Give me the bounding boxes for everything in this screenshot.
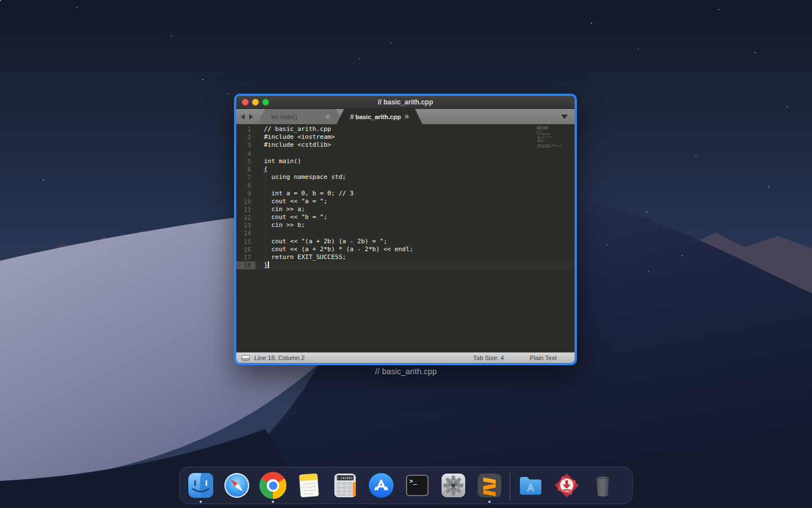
- sublime-window[interactable]: // basic_arith.cpp int main()// basic_ar…: [234, 94, 577, 365]
- code-line-2[interactable]: 2#include <iostream>: [236, 133, 575, 141]
- syntax-selector[interactable]: Plain Text: [530, 354, 557, 361]
- dock-item-safari[interactable]: [223, 472, 250, 503]
- minimap[interactable]: // basic_arith.cpp #include <iostream> #…: [536, 126, 570, 153]
- zoom-button[interactable]: [262, 99, 269, 106]
- tab-label: // basic_arith.cpp: [337, 113, 405, 120]
- code-text: cin >> b;: [255, 221, 305, 229]
- window-caption: // basic_arith.cpp: [0, 367, 812, 376]
- code-text: // basic_arith.cpp: [255, 125, 331, 133]
- tab-bar: int main()// basic_arith.cpp: [236, 109, 575, 124]
- code-line-17[interactable]: 17 return EXIT_SUCCESS;: [236, 253, 575, 261]
- dock-item-notes[interactable]: [295, 472, 323, 503]
- dock-item-downloads-app[interactable]: [553, 472, 580, 503]
- line-number: 2: [236, 133, 255, 141]
- traffic-lights: [236, 99, 269, 106]
- desktop: // basic_arith.cpp // basic_arith.cpp in…: [0, 0, 812, 508]
- code-text: [255, 150, 264, 157]
- code-text: cout << (a + 2*b) * (a - 2*b) << endl;: [255, 246, 413, 253]
- dock-item-applications-folder[interactable]: [517, 472, 544, 503]
- tab-2[interactable]: // basic_arith.cpp: [337, 109, 422, 124]
- code-text: {: [255, 165, 268, 173]
- code-text: [255, 229, 264, 237]
- code-line-1[interactable]: 1// basic_arith.cpp: [236, 125, 575, 133]
- dock-item-chrome[interactable]: [259, 472, 286, 503]
- forward-arrow-icon[interactable]: [249, 114, 253, 120]
- stars: [0, 0, 1, 1]
- running-indicator: [272, 501, 274, 503]
- code-text: [255, 181, 264, 189]
- dock-item-system-preferences[interactable]: [440, 472, 467, 503]
- line-number: 6: [236, 165, 255, 173]
- line-number: 7: [236, 173, 255, 181]
- code-line-10[interactable]: 10 cout << "a = ";: [236, 198, 575, 205]
- line-number: 3: [236, 141, 255, 149]
- tab-1[interactable]: int main(): [258, 109, 343, 124]
- code-line-18[interactable]: 18}: [236, 261, 575, 269]
- line-number: 8: [236, 181, 255, 189]
- code-text: int a = 0, b = 0; // 3: [255, 190, 354, 198]
- code-line-7[interactable]: 7 using namespace std;: [236, 173, 575, 181]
- modified-dot-icon: [326, 115, 330, 119]
- code-line-9[interactable]: 9 int a = 0, b = 0; // 3: [236, 190, 575, 198]
- dock-item-finder[interactable]: [187, 472, 214, 503]
- dock-item-terminal[interactable]: >_: [404, 472, 431, 503]
- line-number: 13: [236, 221, 255, 229]
- code-line-11[interactable]: 11 cin >> a;: [236, 205, 575, 213]
- code-text: return EXIT_SUCCESS;: [255, 253, 346, 261]
- code-lines: 1// basic_arith.cpp2#include <iostream>3…: [236, 125, 575, 269]
- tab-size-setting[interactable]: Tab Size: 4: [473, 354, 504, 361]
- line-number: 5: [236, 157, 255, 165]
- code-line-3[interactable]: 3#include <cstdlib>: [236, 141, 575, 149]
- code-text: }: [255, 261, 269, 269]
- line-number: 9: [236, 190, 255, 198]
- dock-item-calculator[interactable]: 3.141593: [332, 472, 359, 503]
- line-number: 17: [236, 253, 255, 261]
- indent-guide: [265, 174, 266, 262]
- finder-icon: [187, 472, 214, 499]
- line-number: 11: [236, 205, 255, 213]
- code-line-4[interactable]: 4: [236, 150, 575, 157]
- download-badge-icon: [553, 472, 580, 499]
- running-indicator: [488, 501, 491, 503]
- dock-item-sublime-text[interactable]: [476, 472, 503, 503]
- dock-divider: [510, 472, 510, 501]
- tab-nav: [236, 109, 258, 124]
- code-text: #include <iostream>: [255, 133, 335, 141]
- cursor-position[interactable]: Line 18, Column 2: [254, 354, 473, 361]
- back-arrow-icon[interactable]: [241, 114, 245, 120]
- minimize-button[interactable]: [252, 99, 259, 106]
- code-text: cout << "(a + 2b) (a - 2b) = ";: [255, 238, 387, 246]
- code-text: cout << "a = ";: [255, 198, 328, 205]
- code-line-6[interactable]: 6{: [236, 165, 575, 173]
- code-text: int main(): [255, 157, 301, 165]
- code-text: using namespace std;: [255, 173, 346, 181]
- code-line-16[interactable]: 16 cout << (a + 2*b) * (a - 2*b) << endl…: [236, 246, 575, 253]
- code-line-15[interactable]: 15 cout << "(a + 2b) (a - 2b) = ";: [236, 238, 575, 246]
- sublime-text-icon: [476, 472, 503, 499]
- tab-overflow-icon[interactable]: [561, 115, 568, 119]
- dock-item-trash[interactable]: [589, 472, 616, 503]
- tab-strip: int main()// basic_arith.cpp: [258, 109, 416, 124]
- trash-icon: [589, 472, 616, 499]
- calculator-icon: 3.141593: [332, 472, 359, 499]
- code-line-8[interactable]: 8: [236, 181, 575, 189]
- code-editor[interactable]: 1// basic_arith.cpp2#include <iostream>3…: [236, 124, 575, 352]
- code-line-13[interactable]: 13 cin >> b;: [236, 221, 575, 229]
- safari-icon: [223, 472, 250, 499]
- titlebar[interactable]: // basic_arith.cpp: [236, 96, 575, 109]
- panel-toggle-icon[interactable]: [241, 355, 250, 361]
- close-button[interactable]: [242, 99, 249, 106]
- terminal-icon: >_: [404, 472, 431, 499]
- text-cursor: [268, 261, 269, 268]
- line-number: 4: [236, 150, 255, 157]
- code-line-12[interactable]: 12 cout << "b = ";: [236, 213, 575, 221]
- tab-label: int main(): [258, 113, 326, 120]
- code-line-5[interactable]: 5int main(): [236, 157, 575, 165]
- status-bar: Line 18, Column 2 Tab Size: 4 Plain Text: [236, 352, 575, 363]
- code-line-14[interactable]: 14: [236, 229, 575, 237]
- line-number: 18: [236, 261, 255, 269]
- dock-item-app-store[interactable]: [368, 472, 395, 503]
- line-number: 14: [236, 229, 255, 237]
- chrome-icon: [259, 472, 286, 499]
- notes-icon: [295, 472, 323, 499]
